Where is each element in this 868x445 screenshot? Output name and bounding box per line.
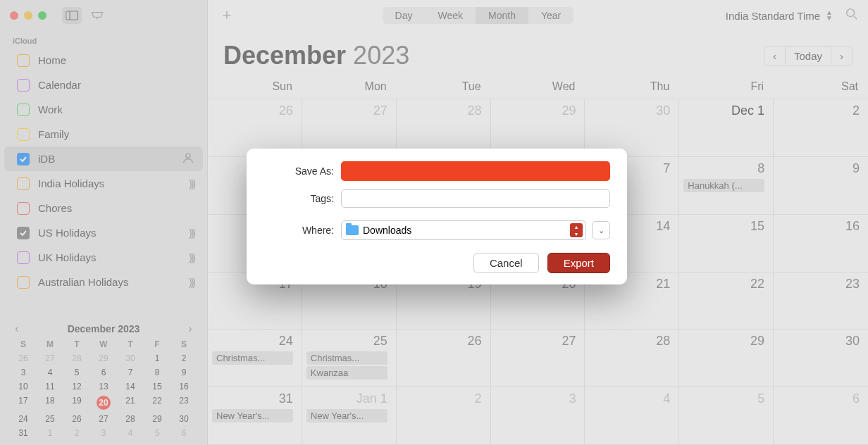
cancel-button[interactable]: Cancel <box>473 253 539 273</box>
tags-field[interactable] <box>341 189 610 208</box>
export-dialog: Save As: Tags: Where: Downloads ▲▼ ⌄ Can… <box>247 149 627 284</box>
tags-label: Tags: <box>264 193 341 204</box>
where-value: Downloads <box>363 225 411 236</box>
folder-icon <box>346 225 359 235</box>
where-label: Where: <box>264 225 341 236</box>
export-button[interactable]: Export <box>547 253 610 273</box>
save-as-field[interactable] <box>341 161 610 181</box>
chevron-updown-icon: ▲▼ <box>570 223 583 237</box>
save-as-label: Save As: <box>264 165 341 177</box>
expand-save-panel-button[interactable]: ⌄ <box>592 221 610 239</box>
where-dropdown[interactable]: Downloads ▲▼ <box>341 220 586 240</box>
